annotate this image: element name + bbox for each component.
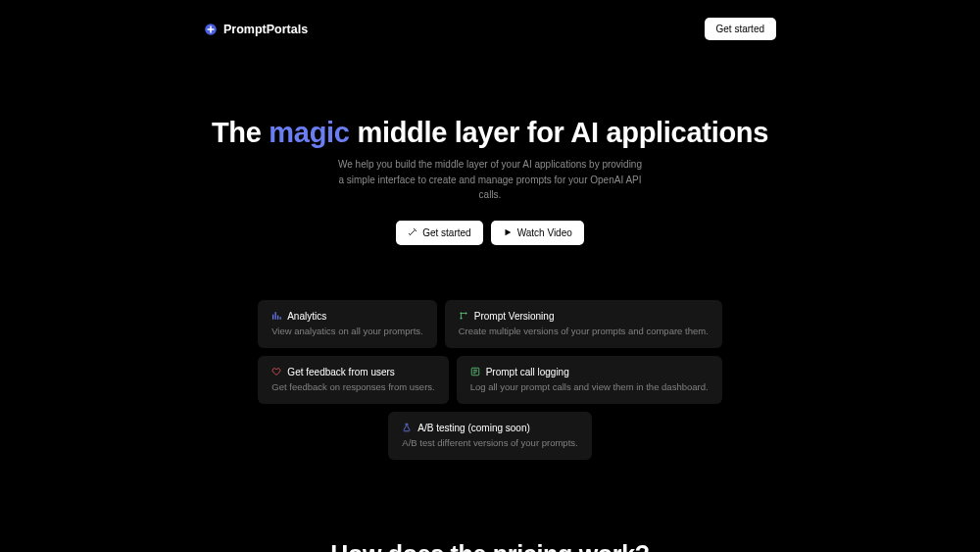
hero-title-post: middle layer for AI applications	[350, 117, 768, 148]
feature-analytics: Analytics View analyatics on all your pr…	[258, 300, 437, 348]
pricing-title: How does the pricing work?	[0, 540, 980, 553]
watch-video-label: Watch Video	[517, 227, 572, 238]
hero-cta-row: Get started Watch Video	[0, 221, 980, 245]
brand-logo-icon	[204, 23, 218, 36]
hero-title: The magic middle layer for AI applicatio…	[0, 117, 980, 149]
play-icon	[503, 227, 513, 237]
svg-point-2	[460, 317, 462, 319]
feature-title: Analytics	[287, 311, 326, 322]
hero-title-pre: The	[212, 117, 269, 148]
svg-point-1	[460, 312, 462, 314]
feature-abtest: A/B testing (coming soon) A/B test diffe…	[388, 412, 591, 460]
flask-icon	[402, 423, 412, 432]
get-started-cta-label: Get started	[422, 227, 470, 238]
get-started-cta-button[interactable]: Get started	[396, 221, 482, 245]
hero: The magic middle layer for AI applicatio…	[0, 117, 980, 245]
brand[interactable]: PromptPortals	[204, 23, 308, 36]
hero-title-highlight: magic	[269, 117, 349, 148]
watch-video-button[interactable]: Watch Video	[491, 221, 584, 245]
hero-subtitle: We help you build the middle layer of yo…	[338, 157, 642, 203]
features-grid: Analytics View analyatics on all your pr…	[216, 300, 764, 460]
feature-title: A/B testing (coming soon)	[417, 423, 530, 433]
feature-desc: View analyatics on all your promprts.	[271, 326, 423, 336]
branch-icon	[459, 311, 468, 321]
svg-point-3	[465, 312, 466, 314]
feature-title: Get feedback from users	[287, 367, 395, 377]
log-icon	[470, 367, 480, 376]
feature-desc: Create multiple versions of your prompts…	[459, 326, 709, 336]
brand-name: PromptPortals	[223, 23, 308, 36]
heart-icon	[271, 367, 281, 376]
feature-desc: Log all your prompt calls and view them …	[470, 381, 709, 392]
top-nav: PromptPortals Get started	[0, 0, 980, 40]
feature-desc: A/B test different versions of your prom…	[402, 437, 577, 448]
feature-desc: Get feedback on responses from users.	[271, 381, 434, 392]
pricing-header: How does the pricing work? Fairly simple…	[0, 540, 980, 553]
feature-title: Prompt call logging	[486, 367, 569, 377]
chart-icon	[271, 311, 281, 321]
feature-feedback: Get feedback from users Get feedback on …	[258, 356, 448, 404]
get-started-button[interactable]: Get started	[705, 18, 776, 40]
feature-title: Prompt Versioning	[474, 311, 555, 322]
feature-logging: Prompt call logging Log all your prompt …	[457, 356, 722, 404]
feature-versioning: Prompt Versioning Create multiple versio…	[445, 300, 722, 348]
wand-icon	[408, 227, 417, 237]
